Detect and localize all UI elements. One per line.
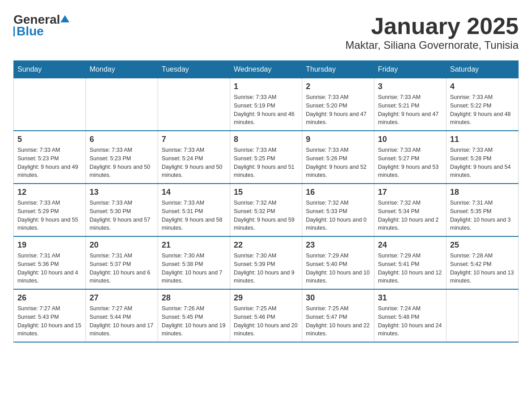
calendar-day-cell: 22Sunrise: 7:30 AMSunset: 5:39 PMDayligh… (230, 236, 302, 289)
day-number: 6 (90, 135, 154, 144)
day-info: Sunrise: 7:32 AMSunset: 5:33 PMDaylight:… (306, 199, 370, 232)
day-info: Sunrise: 7:33 AMSunset: 5:23 PMDaylight:… (17, 146, 82, 180)
day-info: Sunrise: 7:33 AMSunset: 5:26 PMDaylight:… (306, 146, 370, 180)
day-info: Sunrise: 7:30 AMSunset: 5:39 PMDaylight:… (234, 252, 298, 285)
calendar-day-cell: 5Sunrise: 7:33 AMSunset: 5:23 PMDaylight… (14, 131, 86, 184)
day-number: 20 (90, 240, 154, 250)
day-number: 13 (90, 188, 154, 197)
day-of-week-header: Sunday (14, 61, 86, 78)
calendar-day-cell: 6Sunrise: 7:33 AMSunset: 5:23 PMDaylight… (86, 131, 158, 184)
calendar-day-cell: 15Sunrise: 7:32 AMSunset: 5:32 PMDayligh… (230, 184, 302, 236)
calendar-week-row: 19Sunrise: 7:31 AMSunset: 5:36 PMDayligh… (14, 236, 519, 289)
day-info: Sunrise: 7:32 AMSunset: 5:32 PMDaylight:… (234, 199, 298, 232)
calendar-title: January 2025 (345, 13, 519, 39)
calendar-day-cell: 8Sunrise: 7:33 AMSunset: 5:25 PMDaylight… (230, 131, 302, 184)
calendar-day-cell: 2Sunrise: 7:33 AMSunset: 5:20 PMDaylight… (302, 78, 374, 131)
day-of-week-header: Monday (86, 61, 158, 78)
calendar-day-cell: 16Sunrise: 7:32 AMSunset: 5:33 PMDayligh… (302, 184, 374, 236)
calendar-day-cell (446, 289, 519, 342)
day-number: 26 (17, 293, 82, 303)
day-info: Sunrise: 7:30 AMSunset: 5:38 PMDaylight:… (162, 252, 226, 285)
day-number: 27 (90, 293, 154, 303)
calendar-day-cell (158, 78, 230, 131)
calendar-day-cell: 10Sunrise: 7:33 AMSunset: 5:27 PMDayligh… (374, 131, 446, 184)
calendar-week-row: 5Sunrise: 7:33 AMSunset: 5:23 PMDaylight… (14, 131, 519, 184)
day-number: 23 (306, 240, 370, 250)
calendar-day-cell: 12Sunrise: 7:33 AMSunset: 5:29 PMDayligh… (14, 184, 86, 236)
day-info: Sunrise: 7:33 AMSunset: 5:21 PMDaylight:… (378, 93, 442, 127)
day-number: 3 (378, 82, 442, 91)
day-number: 19 (17, 240, 82, 250)
calendar-day-cell: 11Sunrise: 7:33 AMSunset: 5:28 PMDayligh… (446, 131, 519, 184)
day-info: Sunrise: 7:33 AMSunset: 5:25 PMDaylight:… (234, 146, 298, 180)
day-number: 17 (378, 188, 442, 197)
day-number: 22 (234, 240, 298, 250)
day-of-week-header: Thursday (302, 61, 374, 78)
day-number: 29 (234, 293, 298, 303)
calendar-day-cell: 20Sunrise: 7:31 AMSunset: 5:37 PMDayligh… (86, 236, 158, 289)
days-of-week-row: SundayMondayTuesdayWednesdayThursdayFrid… (14, 61, 519, 78)
day-of-week-header: Friday (374, 61, 446, 78)
day-number: 28 (162, 293, 226, 303)
calendar-day-cell: 31Sunrise: 7:24 AMSunset: 5:48 PMDayligh… (374, 289, 446, 342)
calendar-day-cell: 17Sunrise: 7:32 AMSunset: 5:34 PMDayligh… (374, 184, 446, 236)
day-info: Sunrise: 7:33 AMSunset: 5:30 PMDaylight:… (90, 199, 154, 232)
day-number: 9 (306, 135, 370, 144)
day-number: 25 (450, 240, 515, 250)
day-info: Sunrise: 7:26 AMSunset: 5:45 PMDaylight:… (162, 304, 226, 338)
day-info: Sunrise: 7:25 AMSunset: 5:46 PMDaylight:… (234, 304, 298, 338)
day-info: Sunrise: 7:32 AMSunset: 5:34 PMDaylight:… (378, 199, 442, 232)
day-info: Sunrise: 7:33 AMSunset: 5:20 PMDaylight:… (306, 93, 370, 127)
calendar-day-cell: 30Sunrise: 7:25 AMSunset: 5:47 PMDayligh… (302, 289, 374, 342)
day-number: 12 (17, 188, 82, 197)
logo-triangle-icon (60, 14, 69, 23)
day-number: 4 (450, 82, 515, 91)
title-section: January 2025 Maktar, Siliana Governorate… (345, 13, 519, 51)
day-of-week-header: Saturday (446, 61, 519, 78)
day-number: 11 (450, 135, 515, 144)
calendar-day-cell: 13Sunrise: 7:33 AMSunset: 5:30 PMDayligh… (86, 184, 158, 236)
day-info: Sunrise: 7:33 AMSunset: 5:29 PMDaylight:… (17, 199, 82, 232)
day-number: 21 (162, 240, 226, 250)
day-info: Sunrise: 7:31 AMSunset: 5:35 PMDaylight:… (450, 199, 515, 232)
day-number: 31 (378, 293, 442, 303)
logo: General Blue (13, 13, 69, 38)
day-number: 24 (378, 240, 442, 250)
day-number: 8 (234, 135, 298, 144)
calendar-table: SundayMondayTuesdayWednesdayThursdayFrid… (13, 60, 519, 342)
calendar-week-row: 26Sunrise: 7:27 AMSunset: 5:43 PMDayligh… (14, 289, 519, 342)
calendar-day-cell: 28Sunrise: 7:26 AMSunset: 5:45 PMDayligh… (158, 289, 230, 342)
day-info: Sunrise: 7:31 AMSunset: 5:37 PMDaylight:… (90, 252, 154, 285)
calendar-week-row: 1Sunrise: 7:33 AMSunset: 5:19 PMDaylight… (14, 78, 519, 131)
day-info: Sunrise: 7:33 AMSunset: 5:24 PMDaylight:… (162, 146, 226, 180)
day-number: 18 (450, 188, 515, 197)
day-info: Sunrise: 7:33 AMSunset: 5:28 PMDaylight:… (450, 146, 515, 180)
logo-text-blue: Blue (17, 25, 44, 38)
calendar-day-cell: 24Sunrise: 7:29 AMSunset: 5:41 PMDayligh… (374, 236, 446, 289)
calendar-day-cell: 1Sunrise: 7:33 AMSunset: 5:19 PMDaylight… (230, 78, 302, 131)
day-info: Sunrise: 7:33 AMSunset: 5:27 PMDaylight:… (378, 146, 442, 180)
day-number: 1 (234, 82, 298, 91)
calendar-day-cell (14, 78, 86, 131)
day-info: Sunrise: 7:24 AMSunset: 5:48 PMDaylight:… (378, 304, 442, 338)
day-info: Sunrise: 7:33 AMSunset: 5:19 PMDaylight:… (234, 93, 298, 127)
day-number: 16 (306, 188, 370, 197)
calendar-day-cell: 18Sunrise: 7:31 AMSunset: 5:35 PMDayligh… (446, 184, 519, 236)
day-number: 30 (306, 293, 370, 303)
day-number: 2 (306, 82, 370, 91)
calendar-day-cell: 26Sunrise: 7:27 AMSunset: 5:43 PMDayligh… (14, 289, 86, 342)
day-info: Sunrise: 7:33 AMSunset: 5:22 PMDaylight:… (450, 93, 515, 127)
day-info: Sunrise: 7:29 AMSunset: 5:40 PMDaylight:… (306, 252, 370, 285)
day-of-week-header: Wednesday (230, 61, 302, 78)
calendar-day-cell: 3Sunrise: 7:33 AMSunset: 5:21 PMDaylight… (374, 78, 446, 131)
day-number: 10 (378, 135, 442, 144)
calendar-header: SundayMondayTuesdayWednesdayThursdayFrid… (14, 61, 519, 78)
day-number: 15 (234, 188, 298, 197)
calendar-subtitle: Maktar, Siliana Governorate, Tunisia (345, 39, 519, 51)
calendar-day-cell: 7Sunrise: 7:33 AMSunset: 5:24 PMDaylight… (158, 131, 230, 184)
calendar-day-cell: 14Sunrise: 7:33 AMSunset: 5:31 PMDayligh… (158, 184, 230, 236)
calendar-day-cell: 9Sunrise: 7:33 AMSunset: 5:26 PMDaylight… (302, 131, 374, 184)
day-info: Sunrise: 7:27 AMSunset: 5:43 PMDaylight:… (17, 304, 82, 338)
day-number: 14 (162, 188, 226, 197)
day-number: 5 (17, 135, 82, 144)
